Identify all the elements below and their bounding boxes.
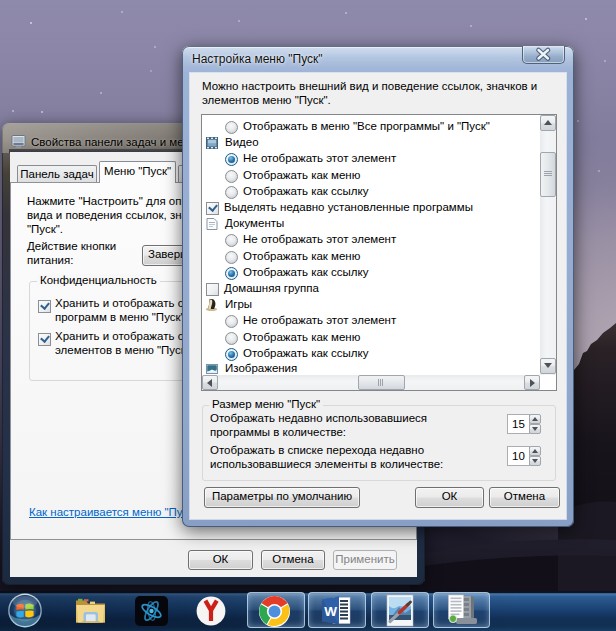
- svg-text:W: W: [324, 604, 337, 619]
